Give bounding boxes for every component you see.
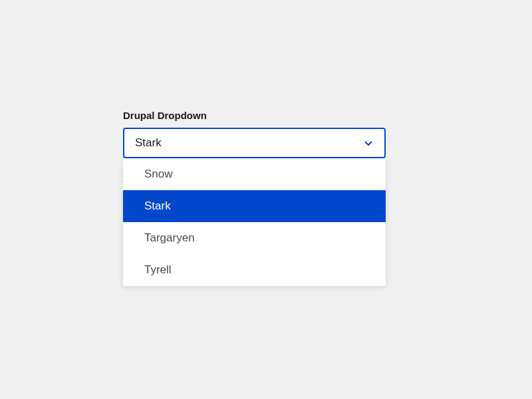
dropdown-selected-value: Stark (135, 136, 162, 150)
dropdown-option-targaryen[interactable]: Targaryen (123, 222, 386, 254)
chevron-down-icon (363, 138, 374, 148)
dropdown-option-label: Tyrell (144, 263, 172, 277)
dropdown-button[interactable]: Stark (123, 128, 386, 158)
dropdown-option-snow[interactable]: Snow (123, 158, 386, 190)
dropdown-option-tyrell[interactable]: Tyrell (123, 254, 386, 286)
dropdown-option-stark[interactable]: Stark (123, 190, 386, 222)
dropdown-component: Drupal Dropdown Stark Snow Stark Targary… (123, 110, 386, 286)
dropdown-label: Drupal Dropdown (123, 110, 386, 121)
dropdown-list: Snow Stark Targaryen Tyrell (123, 158, 386, 286)
dropdown-option-label: Targaryen (144, 231, 195, 245)
dropdown-option-label: Snow (144, 168, 173, 181)
dropdown-option-label: Stark (144, 200, 171, 213)
